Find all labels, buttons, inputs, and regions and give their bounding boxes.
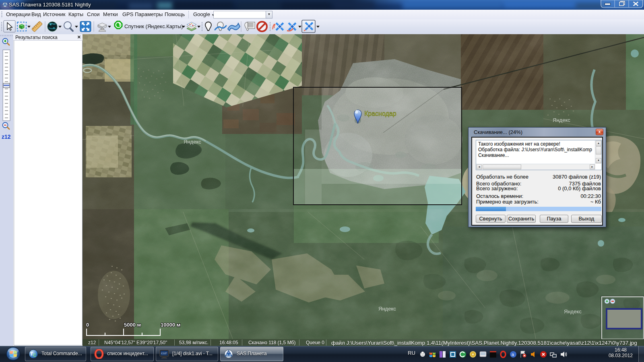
svg-text:Яндекс: Яндекс [378, 306, 396, 312]
svg-text:Яндекс: Яндекс [553, 117, 570, 123]
svg-text:Краснодар: Краснодар [364, 110, 396, 117]
svg-text:C: C [33, 353, 36, 358]
svg-text:0: 0 [86, 322, 89, 328]
svg-text:KMP: KMP [161, 352, 167, 355]
svg-text:Яндекс: Яндекс [184, 139, 201, 145]
svg-text:Спутник (Яндекс.Карты): Спутник (Яндекс.Карты) [124, 23, 183, 29]
svg-text:5000 м: 5000 м [124, 322, 141, 328]
svg-text:a: a [512, 352, 514, 357]
svg-text:Яндекс: Яндекс [564, 309, 582, 315]
svg-text:T: T [30, 352, 33, 356]
svg-text:z12: z12 [2, 134, 11, 140]
svg-text:10000 м: 10000 м [161, 322, 180, 328]
